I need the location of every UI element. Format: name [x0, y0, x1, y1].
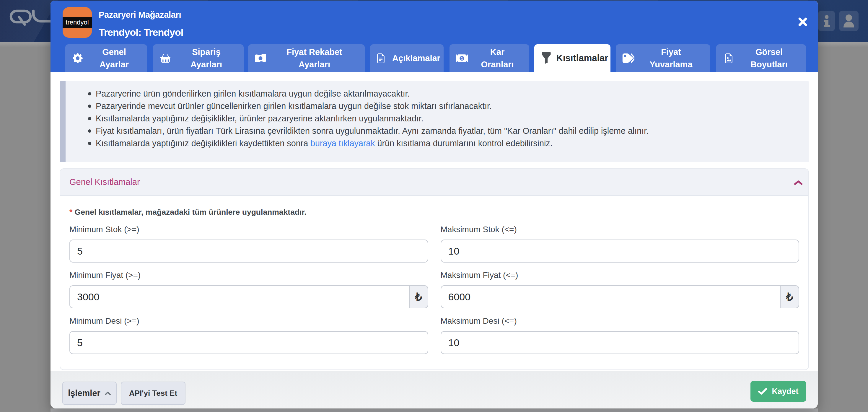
svg-text:1: 1	[461, 56, 463, 61]
